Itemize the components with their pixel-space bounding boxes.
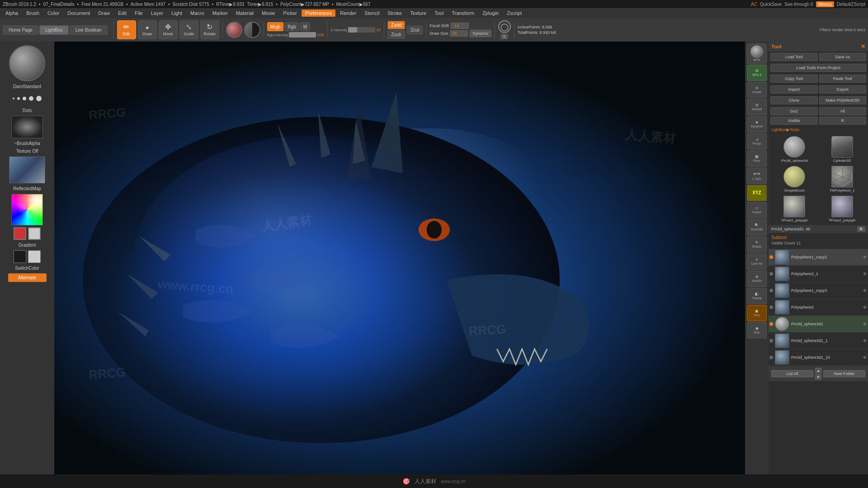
background-color[interactable] <box>28 227 41 240</box>
s-btn[interactable]: S <box>500 34 508 39</box>
thumb-simplebrush[interactable]: SimpleBrush <box>771 165 818 193</box>
close-panel-btn[interactable]: ✕ <box>861 43 865 50</box>
foreground-color[interactable] <box>14 227 26 240</box>
menu-marker[interactable]: Marker <box>209 9 231 17</box>
prev-btn[interactable]: ▣ Prev <box>747 305 767 321</box>
quicksave-btn[interactable]: QuickSave <box>760 2 782 7</box>
thumb-tpose1[interactable]: TPose1_polysph <box>771 195 818 223</box>
new-folder-btn[interactable]: New Folder <box>823 370 865 377</box>
export-btn[interactable]: Export <box>819 85 867 94</box>
subtool-eye-1[interactable]: 👁 <box>863 255 867 260</box>
thumb-cylinder3d[interactable]: Cylinder3D <box>819 135 866 164</box>
subtool-pm3d-sphere3d1[interactable]: Pm3d_sphere3d1 👁 <box>769 316 868 333</box>
subtool-eye-3[interactable]: 👁 <box>863 288 867 293</box>
scroll-up-arrow[interactable]: ▲ <box>815 368 821 373</box>
goz-btn[interactable]: GoZ <box>770 107 818 115</box>
menu-zplugin[interactable]: Zplugin <box>479 9 502 17</box>
load-tool-btn[interactable]: Load Tool <box>770 53 818 61</box>
mrgb-btn[interactable]: Mrgb <box>267 22 284 31</box>
draw-size-val[interactable]: 25 <box>450 30 468 37</box>
stroke-circle[interactable]: ◯ <box>498 20 511 33</box>
rgb-intensity-slider[interactable] <box>289 32 316 38</box>
menu-file[interactable]: File <box>131 9 146 17</box>
dynamic-mode-btn[interactable]: ◈ Dynamic <box>747 116 767 132</box>
rgb-btn[interactable]: Rgb <box>284 22 299 31</box>
material-sphere-2[interactable] <box>244 22 260 38</box>
menu-preferences[interactable]: Preferences <box>302 9 335 17</box>
z-intensity-slider[interactable] <box>348 27 375 33</box>
lightbox-tools-btn[interactable]: Lightbox▶Tools <box>771 127 865 132</box>
scroll-down-arrow[interactable]: ▼ <box>815 374 821 380</box>
seethrough-btn[interactable]: See-through 0 <box>784 2 813 7</box>
menu-picker[interactable]: Picker <box>279 9 301 17</box>
edit-btn[interactable]: ✏ Edit <box>117 20 136 39</box>
linefill-btn[interactable]: ≡ Line Fill <box>747 253 767 270</box>
autopt-btn[interactable]: ⊕ AutoPt <box>747 271 767 287</box>
thumb-tmpolymesh[interactable]: TMPolyMesh_1 <box>819 165 866 193</box>
draw-btn[interactable]: ⬥ Draw <box>138 20 157 39</box>
tab-lightbox[interactable]: LightBox <box>39 25 69 35</box>
solo-btn[interactable]: ◉ Solo <box>747 322 767 338</box>
dynamic-btn[interactable]: Dynamic <box>470 30 491 37</box>
subtool-polysphere2[interactable]: Polysphere2 👁 <box>769 299 868 316</box>
persp-btn[interactable]: ⊿ Persp <box>747 133 767 150</box>
load-tools-from-project-btn[interactable]: Load Tools From Project <box>770 64 866 72</box>
import-btn[interactable]: Import <box>770 85 818 94</box>
list-all-btn[interactable]: List All <box>771 370 813 377</box>
menu-macro[interactable]: Macro <box>187 9 208 17</box>
subtool-pm3d-sphere3d1-1[interactable]: Pm3d_sphere3d1_1 👁 <box>769 333 868 349</box>
lsym-btn[interactable]: ⟺ L.Sym <box>747 168 767 184</box>
subtool-eye-7[interactable]: 👁 <box>863 355 867 360</box>
default-zscript[interactable]: DefaultZScript <box>837 2 865 7</box>
menu-edit[interactable]: Edit <box>114 9 130 17</box>
subtool-eye-6[interactable]: 👁 <box>863 338 867 343</box>
menu-render[interactable]: Render <box>336 9 360 17</box>
focal-shift-val[interactable]: -14 <box>451 23 469 29</box>
alternate-btn[interactable]: Alternate <box>8 273 47 282</box>
menu-texture[interactable]: Texture <box>406 9 430 17</box>
spix-btn[interactable]: ⊞ SPix 3 <box>747 65 767 81</box>
texture-preview[interactable] <box>9 156 45 183</box>
subtool-pm3d-sphere3d1-10[interactable]: Pm3d_sphere3d1_10 👁 <box>769 349 868 366</box>
zcut-btn[interactable]: Zcut <box>407 26 423 34</box>
menu-alpha[interactable]: Alpha <box>2 9 22 17</box>
menu-movie[interactable]: Movie <box>258 9 278 17</box>
menu-zscript[interactable]: Zscript <box>503 9 525 17</box>
menu-stroke[interactable]: Stroke <box>384 9 406 17</box>
alpha-preview[interactable] <box>11 116 43 138</box>
xyz-btn[interactable]: XYZ <box>747 185 767 201</box>
paste-tool-btn[interactable]: Paste Tool <box>819 75 867 83</box>
menu-draw[interactable]: Draw <box>94 9 113 17</box>
menu-document[interactable]: Document <box>64 9 94 17</box>
scale-btn[interactable]: ⤡ Scale <box>179 20 198 39</box>
brush-preview[interactable] <box>9 45 45 81</box>
subtool-polysphere1-copy2[interactable]: Polysphere1_copy2 👁 <box>769 249 868 266</box>
menu-stencil[interactable]: Stencil <box>361 9 383 17</box>
bpr-btn[interactable]: BPR <box>747 43 767 64</box>
menu-light[interactable]: Light <box>168 9 186 17</box>
menu-color[interactable]: Color <box>44 9 63 17</box>
thumb-pm3d-sphere[interactable]: Pm3d_sphere3d <box>771 135 818 164</box>
floor-btn[interactable]: ▦ Floor <box>747 150 767 167</box>
frame-btn[interactable]: ▭ Frame <box>747 202 767 218</box>
subtool-eye-4[interactable]: 👁 <box>863 305 867 310</box>
gradient-dark[interactable] <box>14 250 26 263</box>
r-btn[interactable]: R <box>819 117 867 125</box>
actual-btn[interactable]: ⊡ Actual <box>747 82 767 98</box>
gradient-light[interactable] <box>28 250 41 263</box>
material-sphere-1[interactable] <box>226 22 242 38</box>
subtool-polysphere2-1[interactable]: Polysphere2_1 👁 <box>769 266 868 282</box>
menu-tool[interactable]: Tool <box>431 9 447 17</box>
subtool-eye-2[interactable]: 👁 <box>863 272 867 277</box>
make-polymesh-btn[interactable]: Make PolyMesh3D <box>819 96 867 104</box>
visible-btn[interactable]: Visible <box>770 117 818 125</box>
transp-btn[interactable]: ◧ Transp <box>747 288 767 304</box>
rotate-btn[interactable]: ↻ Rotate <box>200 20 219 39</box>
menu-transform[interactable]: Transform <box>448 9 478 17</box>
zoom3d-btn[interactable]: 🔍 Zoom3D <box>747 219 767 235</box>
move-btn[interactable]: ✥ Move <box>159 20 178 39</box>
zadd-btn[interactable]: Zadd <box>387 21 405 29</box>
menu-brush[interactable]: Brush <box>23 9 43 17</box>
rotate-3d-btn[interactable]: ↻ Rotate <box>747 236 767 253</box>
viewport[interactable]: RRCG 人人素材 RRCG 人人素材 RRCG www.rrcg.cn <box>54 42 745 474</box>
